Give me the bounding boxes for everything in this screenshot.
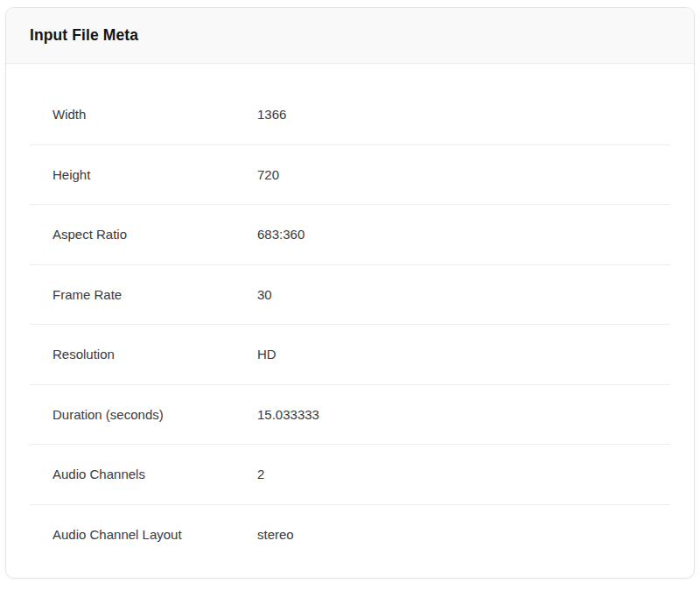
meta-value: stereo: [257, 527, 294, 542]
meta-value: 2: [257, 467, 264, 481]
meta-row-audio-channel-layout: Audio Channel Layout stereo: [30, 505, 670, 565]
meta-label: Frame Rate: [52, 287, 257, 302]
meta-value: HD: [257, 347, 276, 362]
meta-value: 1366: [257, 107, 286, 122]
meta-row-width: Width 1366: [30, 85, 670, 145]
meta-value: 15.033333: [257, 407, 319, 422]
meta-label: Aspect Ratio: [52, 227, 257, 242]
meta-label: Audio Channels: [52, 467, 257, 481]
meta-row-height: Height 720: [30, 145, 670, 206]
meta-row-aspect-ratio: Aspect Ratio 683:360: [30, 205, 670, 265]
meta-value: 683:360: [257, 227, 304, 242]
meta-row-duration: Duration (seconds) 15.033333: [30, 385, 670, 446]
meta-row-frame-rate: Frame Rate 30: [30, 265, 670, 326]
meta-label: Width: [52, 107, 257, 122]
meta-row-resolution: Resolution HD: [30, 325, 670, 385]
meta-label: Duration (seconds): [52, 407, 257, 422]
meta-label: Height: [52, 167, 257, 182]
meta-value: 720: [257, 167, 279, 182]
meta-row-audio-channels: Audio Channels 2: [30, 445, 670, 505]
card-title: Input File Meta: [30, 26, 138, 45]
card-header: Input File Meta: [6, 8, 694, 64]
meta-label: Audio Channel Layout: [52, 527, 257, 542]
meta-label: Resolution: [52, 347, 257, 362]
input-file-meta-card: Input File Meta Width 1366 Height 720 As…: [5, 7, 695, 579]
meta-table: Width 1366 Height 720 Aspect Ratio 683:3…: [6, 64, 694, 565]
meta-value: 30: [257, 287, 272, 302]
